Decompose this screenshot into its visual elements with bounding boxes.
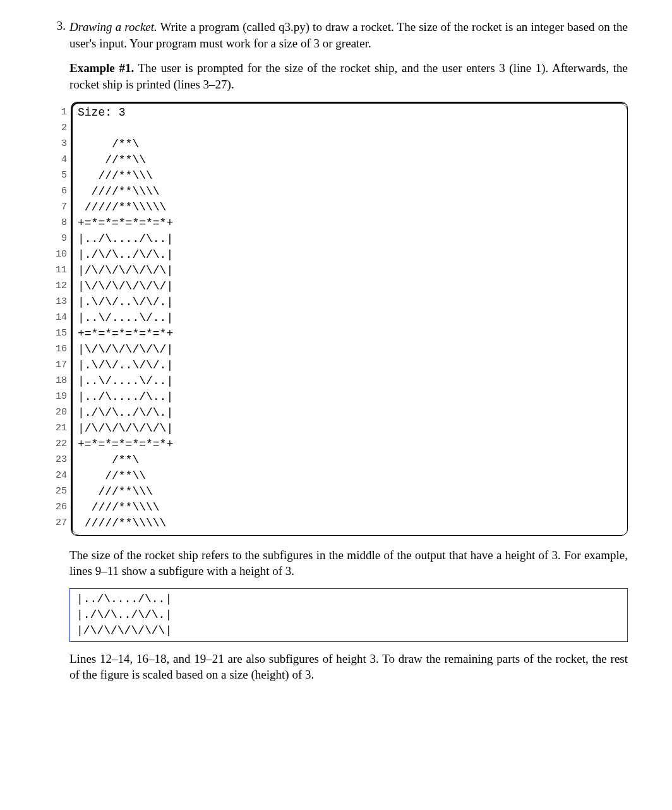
line-number: 1 (48, 104, 67, 120)
code-line: //**\\ (78, 468, 621, 484)
line-number: 20 (48, 404, 67, 420)
code-line: |..\/....\/..| (78, 310, 621, 326)
line-number: 12 (48, 278, 67, 294)
code-line: |\/\/\/\/\/\/| (78, 279, 621, 294)
line-number: 19 (48, 389, 67, 404)
code-line: +=*=*=*=*=*=*+ (78, 215, 621, 231)
problem-title: Drawing a rocket. (69, 20, 157, 33)
line-number: 24 (48, 468, 67, 483)
code-line: |../\..../\..| (78, 231, 621, 247)
code-line: /////**\\\\\ (78, 516, 621, 531)
snippet-line: |/\/\/\/\/\/\| (76, 623, 621, 639)
line-number: 23 (48, 452, 67, 468)
line-number: 25 (48, 483, 67, 499)
line-number: 11 (48, 262, 67, 278)
code-line: ///**\\\ (78, 168, 621, 184)
code-line: |..\/....\/..| (78, 373, 621, 389)
code-line: +=*=*=*=*=*=*+ (78, 326, 621, 342)
problem-body: Drawing a rocket. Write a program (calle… (69, 19, 628, 692)
code-line: |./\/\../\/\.| (78, 247, 621, 263)
line-number: 13 (48, 294, 67, 310)
line-number-gutter: 1234567891011121314151617181920212223242… (48, 102, 71, 536)
after-code-paragraph: The size of the rocket ship refers to th… (69, 547, 628, 579)
line-number: 18 (48, 373, 67, 389)
problem-number: 3. (44, 19, 69, 33)
line-number: 7 (48, 199, 67, 215)
final-paragraph: Lines 12–14, 16–18, and 19–21 are also s… (69, 651, 628, 683)
code-line: //**\\ (78, 152, 621, 168)
example-label: Example #1. (69, 61, 134, 75)
code-line: ////**\\\\ (78, 500, 621, 516)
intro-paragraph: Drawing a rocket. Write a program (calle… (69, 19, 628, 51)
subfigure-snippet: |../\..../\..||./\/\../\/\.||/\/\/\/\/\/… (69, 588, 628, 642)
line-number: 21 (48, 420, 67, 436)
line-number: 27 (48, 515, 67, 531)
snippet-line: |../\..../\..| (76, 591, 621, 607)
line-number: 3 (48, 136, 67, 152)
line-number: 14 (48, 310, 67, 325)
line-number: 5 (48, 167, 67, 183)
code-listing: 1234567891011121314151617181920212223242… (48, 102, 628, 536)
code-line: ///**\\\ (78, 484, 621, 500)
example-paragraph: Example #1. The user is prompted for the… (69, 60, 628, 92)
code-line: ////**\\\\ (78, 184, 621, 200)
line-number: 16 (48, 341, 67, 357)
line-number: 9 (48, 231, 67, 246)
code-line: |./\/\../\/\.| (78, 405, 621, 421)
line-number: 17 (48, 357, 67, 373)
code-line: +=*=*=*=*=*=*+ (78, 437, 621, 452)
problem-block: 3. Drawing a rocket. Write a program (ca… (44, 19, 628, 692)
code-frame: Size: 3 /**\ //**\\ ///**\\\ ////**\\\\ … (71, 102, 628, 536)
line-number: 10 (48, 246, 67, 262)
code-line: |/\/\/\/\/\/\| (78, 263, 621, 279)
code-line: |/\/\/\/\/\/\| (78, 421, 621, 437)
line-number: 8 (48, 215, 67, 231)
code-line: |.\/\/..\/\/.| (78, 358, 621, 373)
page: 3. Drawing a rocket. Write a program (ca… (0, 0, 672, 723)
code-line: |.\/\/..\/\/.| (78, 294, 621, 310)
line-number: 15 (48, 325, 67, 341)
line-number: 26 (48, 499, 67, 515)
code-line: |\/\/\/\/\/\/| (78, 342, 621, 358)
snippet-line: |./\/\../\/\.| (76, 607, 621, 623)
code-line: /////**\\\\\ (78, 200, 621, 215)
example-text: The user is prompted for the size of the… (69, 61, 628, 91)
code-line (78, 121, 621, 136)
code-line: /**\ (78, 452, 621, 468)
code-line: |../\..../\..| (78, 389, 621, 405)
line-number: 6 (48, 183, 67, 199)
line-number: 4 (48, 152, 67, 167)
line-number: 22 (48, 436, 67, 452)
line-number: 2 (48, 120, 67, 136)
code-line: Size: 3 (78, 105, 621, 121)
code-line: /**\ (78, 136, 621, 152)
